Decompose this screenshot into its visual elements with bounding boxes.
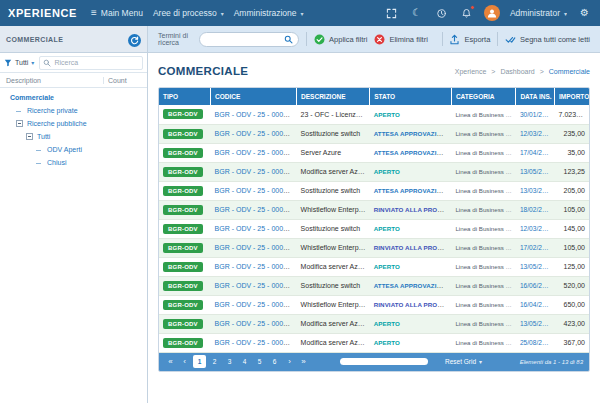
codice-link[interactable]: BGR - ODV - 25 - 000360	[215, 111, 295, 118]
tree-expander-icon[interactable]	[16, 120, 23, 127]
codice-link[interactable]: BGR - ODV - 25 - 000378	[215, 149, 295, 156]
table-row[interactable]: BGR-ODV BGR - ODV - 25 - 000376 Sostituz…	[159, 181, 589, 200]
nav-aree-di-processo[interactable]: Aree di processo ▾	[153, 8, 224, 18]
table-row[interactable]: BGR-ODV BGR - ODV - 25 - 000436 Modifica…	[159, 314, 589, 333]
table-row[interactable]: BGR-ODV BGR - ODV - 25 - 000345 Sostituz…	[159, 219, 589, 238]
tree-item[interactable]: Ricerche pubbliche	[0, 117, 147, 130]
last-page-button[interactable]: »	[298, 358, 309, 366]
table-row[interactable]: BGR-ODV BGR - ODV - 25 - 000436 Modifica…	[159, 257, 589, 276]
tree-item-label: Commerciale	[10, 94, 54, 101]
user-menu[interactable]: Administrator ▾	[510, 8, 567, 18]
breadcrumb-xperience[interactable]: Xperience	[455, 68, 487, 75]
cell-tipo: BGR-ODV	[159, 219, 211, 238]
search-input[interactable]	[205, 36, 280, 43]
sidebar-search-input[interactable]	[54, 59, 139, 66]
export-button[interactable]: Esporta	[449, 34, 490, 45]
stato-label: RINVIATO ALLA PRODUZIONE	[374, 301, 452, 308]
page-button[interactable]: 1	[193, 355, 206, 368]
nav-amministrazione[interactable]: Amministrazione ▾	[234, 8, 304, 18]
column-header-codice[interactable]: CODICE	[211, 88, 297, 105]
tree-item[interactable]: Tutti	[0, 130, 147, 143]
column-header-categoria[interactable]: CATEGORIA	[451, 88, 516, 105]
table-row[interactable]: BGR-ODV BGR - ODV - 25 - 000377 Whistlef…	[159, 238, 589, 257]
delete-filters-button[interactable]: Elimina filtri	[374, 34, 427, 45]
tree-item[interactable]: ODV Aperti	[0, 143, 147, 156]
codice-link[interactable]: BGR - ODV - 25 - 000453	[215, 339, 295, 346]
dark-mode-button[interactable]: ☾	[409, 6, 424, 21]
reset-grid-label: Reset Grid	[445, 358, 476, 365]
page-button[interactable]: 3	[223, 355, 236, 368]
search-box	[199, 32, 299, 47]
tree-header-description[interactable]: Description	[6, 77, 103, 84]
table-row[interactable]: BGR-ODV BGR - ODV - 25 - 000453 Modifica…	[159, 333, 589, 352]
breadcrumb-separator: >	[491, 68, 495, 75]
table-row[interactable]: BGR-ODV BGR - ODV - 25 - 000376 Whistlef…	[159, 200, 589, 219]
reset-grid-button[interactable]: Reset Grid ▾	[445, 358, 482, 365]
codice-link[interactable]: BGR - ODV - 25 - 000436	[215, 263, 295, 270]
table-row[interactable]: BGR-ODV BGR - ODV - 25 - 000360 23 - OFC…	[159, 105, 589, 124]
codice-link[interactable]: BGR - ODV - 25 - 000376	[215, 187, 295, 194]
notifications-button[interactable]	[459, 6, 474, 21]
app-logo[interactable]: XPERIENCE	[8, 7, 77, 19]
codice-link[interactable]: BGR - ODV - 25 - 000346	[215, 301, 295, 308]
cell-descrizione: Sostituzione switch	[297, 181, 370, 200]
tree-header-count[interactable]: Count	[103, 77, 141, 84]
tree-item-label: ODV Aperti	[47, 146, 82, 153]
tree-expander-icon[interactable]	[26, 133, 33, 140]
codice-link[interactable]: BGR - ODV - 25 - 000365	[215, 130, 295, 137]
column-header-descrizione[interactable]: DESCRIZIONE	[297, 88, 370, 105]
page-button[interactable]: 2	[208, 355, 221, 368]
cell-descrizione: Modifica server Azure	[297, 314, 370, 333]
codice-link[interactable]: BGR - ODV - 25 - 000377	[215, 244, 295, 251]
table-row[interactable]: BGR-ODV BGR - ODV - 25 - 000365 Sostituz…	[159, 124, 589, 143]
search-icon[interactable]	[284, 35, 293, 44]
history-button[interactable]	[434, 6, 449, 21]
next-page-button[interactable]: ›	[284, 358, 295, 366]
tree-column-headers: Description Count	[0, 73, 147, 88]
column-header-importo[interactable]: IMPORTO	[555, 88, 589, 105]
refresh-button[interactable]	[128, 33, 141, 46]
prev-page-button[interactable]: ‹	[179, 358, 190, 366]
main-menu-button[interactable]: ≡ Main Menu	[91, 8, 143, 18]
horizontal-scrollbar[interactable]	[340, 358, 428, 365]
codice-link[interactable]: BGR - ODV - 25 - 000436	[215, 320, 295, 327]
check-circle-icon	[314, 34, 325, 45]
cell-codice: BGR - ODV - 25 - 000465	[211, 276, 297, 295]
page-button[interactable]: 5	[253, 355, 266, 368]
tree-expander-icon[interactable]	[16, 107, 23, 114]
table-row[interactable]: BGR-ODV BGR - ODV - 25 - 000356 Modifica…	[159, 162, 589, 181]
table-row[interactable]: BGR-ODV BGR - ODV - 25 - 000378 Server A…	[159, 143, 589, 162]
cell-codice: BGR - ODV - 25 - 000346	[211, 295, 297, 314]
cell-categoria: Linea di Business Servizi Sist...	[451, 143, 516, 162]
cell-stato: ATTESA APPROVAZIONE CTO	[370, 181, 452, 200]
tree-expander-icon[interactable]	[36, 146, 43, 153]
codice-link[interactable]: BGR - ODV - 25 - 000345	[215, 225, 295, 232]
tree-item[interactable]: Ricerche private	[0, 104, 147, 117]
column-header-stato[interactable]: STATO	[370, 88, 452, 105]
cell-codice: BGR - ODV - 25 - 000365	[211, 124, 297, 143]
codice-link[interactable]: BGR - ODV - 25 - 000356	[215, 168, 295, 175]
avatar[interactable]	[484, 5, 500, 21]
orders-table: TIPO CODICE DESCRIZIONE STATO CATEGORIA …	[159, 88, 589, 353]
scope-dropdown[interactable]: Tutti ▾	[4, 59, 34, 67]
table-row[interactable]: BGR-ODV BGR - ODV - 25 - 000465 Sostituz…	[159, 276, 589, 295]
column-header-tipo[interactable]: TIPO	[159, 88, 211, 105]
mark-all-read-button[interactable]: Segna tutti come letti	[505, 34, 590, 45]
tipo-badge: BGR-ODV	[163, 300, 203, 310]
sidebar: Tutti ▾ Description Count	[0, 53, 148, 403]
first-page-button[interactable]: «	[165, 358, 176, 366]
breadcrumb-dashboard[interactable]: Dashboard	[500, 68, 534, 75]
settings-button[interactable]: ⚙	[577, 6, 592, 21]
tree-item[interactable]: Commerciale	[0, 91, 147, 104]
cell-importo: 145,00	[555, 219, 589, 238]
column-header-data-ins[interactable]: DATA INS.	[516, 88, 555, 105]
fullscreen-button[interactable]	[384, 6, 399, 21]
apply-filters-button[interactable]: Applica filtri	[314, 34, 367, 45]
page-button[interactable]: 6	[268, 355, 281, 368]
page-button[interactable]: 4	[238, 355, 251, 368]
codice-link[interactable]: BGR - ODV - 25 - 000465	[215, 282, 295, 289]
tree-item[interactable]: Chiusi	[0, 156, 147, 169]
tree-expander-icon[interactable]	[36, 159, 43, 166]
codice-link[interactable]: BGR - ODV - 25 - 000376	[215, 206, 295, 213]
table-row[interactable]: BGR-ODV BGR - ODV - 25 - 000346 Whistlef…	[159, 295, 589, 314]
